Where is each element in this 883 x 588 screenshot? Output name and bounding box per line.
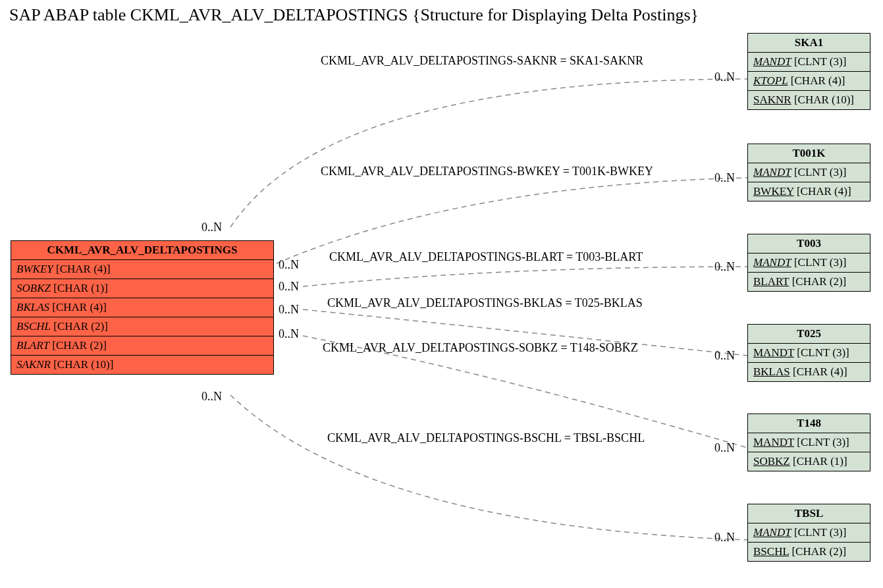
card-right-5: 0..N [714, 531, 735, 545]
card-left-4: 0..N [279, 327, 299, 341]
entity-t025: T025 MANDT [CLNT (3)] BKLAS [CHAR (4)] [747, 324, 870, 382]
entity-ska1-field-1: KTOPL [CHAR (4)] [748, 72, 870, 91]
entity-ska1-field-0: MANDT [CLNT (3)] [748, 53, 870, 72]
card-left-2: 0..N [279, 280, 299, 294]
rel-label-4: CKML_AVR_ALV_DELTAPOSTINGS-SOBKZ = T148-… [323, 341, 638, 355]
entity-tbsl-field-0: MANDT [CLNT (3)] [748, 523, 870, 543]
main-field-4: BLART [CHAR (2)] [11, 336, 273, 356]
entity-t148-field-1: SOBKZ [CHAR (1)] [748, 452, 870, 471]
rel-label-1: CKML_AVR_ALV_DELTAPOSTINGS-BWKEY = T001K… [321, 165, 653, 178]
card-right-2: 0..N [714, 260, 735, 274]
entity-t001k-field-0: MANDT [CLNT (3)] [748, 163, 870, 182]
card-right-3: 0..N [714, 349, 735, 363]
entity-t025-field-1: BKLAS [CHAR (4)] [748, 363, 870, 381]
entity-t148-header: T148 [748, 414, 870, 433]
card-left-3: 0..N [279, 303, 299, 317]
main-field-0: BWKEY [CHAR (4)] [11, 260, 273, 279]
card-left-5: 0..N [201, 390, 222, 404]
card-right-0: 0..N [714, 70, 735, 84]
main-field-1: SOBKZ [CHAR (1)] [11, 279, 273, 298]
entity-t003-field-0: MANDT [CLNT (3)] [748, 254, 870, 273]
card-right-4: 0..N [714, 441, 735, 455]
entity-ska1-field-2: SAKNR [CHAR (10)] [748, 91, 870, 109]
entity-tbsl: TBSL MANDT [CLNT (3)] BSCHL [CHAR (2)] [747, 504, 870, 562]
card-left-1: 0..N [279, 258, 299, 272]
rel-label-5: CKML_AVR_ALV_DELTAPOSTINGS-BSCHL = TBSL-… [327, 431, 645, 445]
entity-t148: T148 MANDT [CLNT (3)] SOBKZ [CHAR (1)] [747, 414, 870, 471]
entity-tbsl-field-1: BSCHL [CHAR (2)] [748, 543, 870, 561]
card-left-0: 0..N [201, 221, 222, 234]
rel-label-3: CKML_AVR_ALV_DELTAPOSTINGS-BKLAS = T025-… [327, 296, 643, 310]
card-right-1: 0..N [714, 171, 735, 185]
entity-ska1-header: SKA1 [748, 34, 870, 53]
entity-t003-field-1: BLART [CHAR (2)] [748, 273, 870, 291]
entity-t025-field-0: MANDT [CLNT (3)] [748, 344, 870, 363]
main-field-5: SAKNR [CHAR (10)] [11, 356, 273, 374]
rel-label-2: CKML_AVR_ALV_DELTAPOSTINGS-BLART = T003-… [329, 250, 643, 264]
main-field-2: BKLAS [CHAR (4)] [11, 298, 273, 317]
main-entity-header: CKML_AVR_ALV_DELTAPOSTINGS [11, 241, 273, 260]
entity-t025-header: T025 [748, 325, 870, 344]
entity-t148-field-0: MANDT [CLNT (3)] [748, 433, 870, 452]
entity-ska1: SKA1 MANDT [CLNT (3)] KTOPL [CHAR (4)] S… [747, 33, 870, 110]
entity-t003-header: T003 [748, 234, 870, 254]
entity-t001k-field-1: BWKEY [CHAR (4)] [748, 182, 870, 201]
main-entity: CKML_AVR_ALV_DELTAPOSTINGS BWKEY [CHAR (… [11, 240, 274, 375]
entity-t003: T003 MANDT [CLNT (3)] BLART [CHAR (2)] [747, 234, 870, 292]
main-field-3: BSCHL [CHAR (2)] [11, 317, 273, 336]
rel-label-0: CKML_AVR_ALV_DELTAPOSTINGS-SAKNR = SKA1-… [321, 54, 643, 68]
entity-t001k: T001K MANDT [CLNT (3)] BWKEY [CHAR (4)] [747, 144, 870, 201]
diagram-title: SAP ABAP table CKML_AVR_ALV_DELTAPOSTING… [9, 5, 699, 25]
entity-t001k-header: T001K [748, 144, 870, 163]
entity-tbsl-header: TBSL [748, 504, 870, 523]
